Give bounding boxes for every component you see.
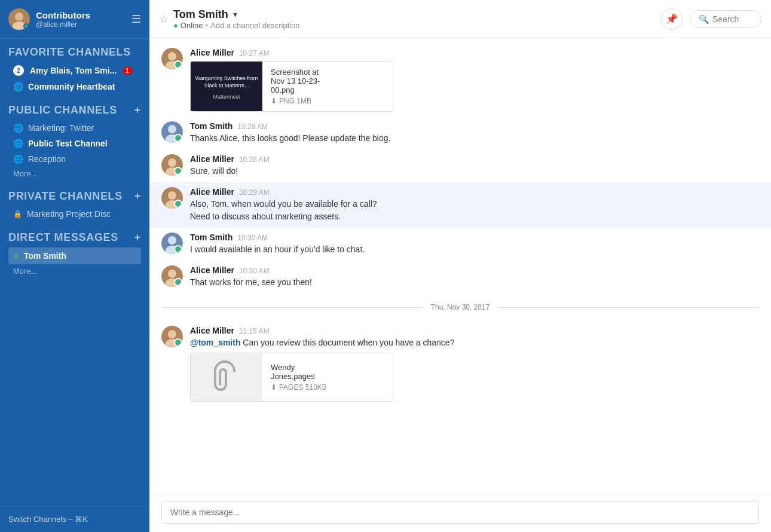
date-label: Thu, Nov 30, 2017 [424,303,497,311]
svg-point-23 [168,330,176,338]
message-author: Alice Miller [190,187,234,197]
message-content: Alice Miller 10:30 AM That works for me,… [190,265,759,289]
favorite-channels-header: FAVORITE CHANNELS [8,46,141,59]
switch-channels-footer[interactable]: Switch Channels – ⌘K [0,506,149,532]
avatar [8,8,30,30]
online-indicator: ● [173,21,178,30]
search-icon: 🔍 [699,14,709,24]
message-content: Tom Smith 10:30 AM I would available in … [190,233,759,256]
add-direct-message-icon[interactable]: + [134,231,141,244]
online-status-icon: ● [13,250,19,261]
message-time: 10:30 AM [237,234,268,242]
chevron-down-icon[interactable]: ▾ [233,10,237,19]
sidebar-header: Contributors @alice.miller ☰ [0,0,149,39]
sidebar: Contributors @alice.miller ☰ FAVORITE CH… [0,0,149,532]
topbar-right: 📌 🔍 Search [661,8,761,30]
message-time: 10:27 AM [239,49,270,57]
message-row: Alice Miller 10:28 AM Sure, will do! [149,149,771,182]
sidebar-item-reception[interactable]: 🌐 Reception [8,151,141,167]
message-author: Tom Smith [190,121,232,131]
unread-badge: 2 [13,65,24,76]
message-header: Alice Miller 10:29 AM [190,187,759,197]
globe-icon: 🌐 [13,154,23,164]
avatar [161,48,183,69]
message-row: Alice Miller 10:30 AM That works for me,… [149,261,771,293]
file-attachment[interactable]: WendyJones.pages ⬇ PAGES 510KB [190,353,393,402]
notification-badge: 1 [123,67,132,75]
svg-point-11 [168,158,176,167]
sidebar-item-marketing-twitter[interactable]: 🌐 Marketing: Twitter [8,120,141,136]
sidebar-item-label: Public Test Channel [28,139,108,148]
channel-title: Tom Smith [173,8,228,21]
star-icon[interactable]: ☆ [159,13,169,26]
avatar [161,326,183,347]
mention: @tom_smith [190,338,240,347]
message-text: @tom_smith Can you review this document … [190,337,759,349]
svg-point-5 [168,52,176,60]
sidebar-item-label: Marketing Project Disc [27,209,111,219]
lock-icon: 🔒 [13,210,22,218]
file-info: WendyJones.pages ⬇ PAGES 510KB [262,353,335,401]
message-row: Tom Smith 10:30 AM I would available in … [149,228,771,261]
sidebar-item-public-test-channel[interactable]: 🌐 Public Test Channel [8,136,141,151]
pin-button[interactable]: 📌 [661,8,683,30]
message-header: Alice Miller 10:27 AM [190,48,759,57]
message-input[interactable] [161,501,759,524]
message-time: 10:29 AM [239,188,270,197]
file-name: WendyJones.pages [271,363,327,381]
add-private-channel-icon[interactable]: + [134,190,141,203]
message-content: Alice Miller 10:28 AM Sure, will do! [190,154,759,178]
direct-messages-section: DIRECT MESSAGES + ● Tom Smith More... [0,224,149,280]
message-author: Alice Miller [190,48,234,57]
sidebar-item-community-heartbeat[interactable]: 🌐 Community Heartbeat [8,79,141,94]
sidebar-item-label: Tom Smith [24,251,66,261]
svg-point-20 [168,270,176,278]
search-bar[interactable]: 🔍 Search [690,10,761,28]
direct-messages-more[interactable]: More... [8,264,141,278]
svg-point-3 [15,13,23,21]
sidebar-item-label: Community Heartbeat [28,82,115,91]
message-time: 10:30 AM [239,267,270,275]
message-row: Alice Miller 10:27 AM Wargaming Switches… [149,43,771,117]
hamburger-menu-icon[interactable]: ☰ [131,13,141,26]
message-header: Alice Miller 10:30 AM [190,265,759,275]
avatar [161,233,183,254]
sidebar-item-marketing-project-disc[interactable]: 🔒 Marketing Project Disc [8,206,141,222]
message-text: That works for me, see you then! [190,276,759,289]
sidebar-item-label: Reception [28,154,66,164]
message-author: Alice Miller [190,265,234,275]
file-info: Screenshot atNov 13 10-23-00.png ⬇ PNG 1… [262,62,328,111]
message-header: Alice Miller 11:15 AM [190,326,759,335]
message-text: Thanks Alice, this looks good! Please up… [190,132,759,145]
message-time: 11:15 AM [239,327,270,335]
file-type-size: PAGES 510KB [279,383,327,392]
message-header: Tom Smith 10:28 AM [190,121,759,131]
public-channels-more[interactable]: More... [8,167,141,181]
public-channels-section: PUBLIC CHANNELS + 🌐 Marketing: Twitter 🌐… [0,97,149,183]
svg-point-14 [168,191,176,200]
username: @alice.miller [36,20,126,29]
message-time: 10:28 AM [237,123,268,131]
avatar [161,265,183,287]
topbar: ☆ Tom Smith ▾ ● Online • Add a channel d… [149,0,771,38]
message-author: Alice Miller [190,154,234,164]
favorite-channels-section: FAVORITE CHANNELS 2 Amy Blais, Tom Smi..… [0,39,149,97]
sidebar-item-amy-blais[interactable]: 2 Amy Blais, Tom Smi... 1 [8,62,141,79]
sidebar-item-tom-smith[interactable]: ● Tom Smith [8,247,141,264]
message-author: Tom Smith [190,233,232,242]
message-text: Sure, will do! [190,165,759,178]
download-icon: ⬇ [271,383,277,392]
message-header: Tom Smith 10:30 AM [190,233,759,242]
add-public-channel-icon[interactable]: + [134,104,141,117]
sidebar-item-label: Marketing: Twitter [28,123,94,133]
messages-area: Alice Miller 10:27 AM Wargaming Switches… [149,38,771,494]
date-divider: Thu, Nov 30, 2017 [161,303,759,311]
message-row: Alice Miller 11:15 AM @tom_smith Can you… [149,321,771,406]
workspace-name: Contributors [36,10,126,20]
public-channels-header: PUBLIC CHANNELS + [8,104,141,117]
message-header: Alice Miller 10:28 AM [190,154,759,164]
file-attachment[interactable]: Wargaming Switches from Slack to Matterm… [190,61,393,112]
private-channels-section: PRIVATE CHANNELS + 🔒 Marketing Project D… [0,183,149,224]
file-thumbnail: Wargaming Switches from Slack to Matterm… [191,62,262,111]
channel-description[interactable]: Add a channel description [210,21,300,30]
